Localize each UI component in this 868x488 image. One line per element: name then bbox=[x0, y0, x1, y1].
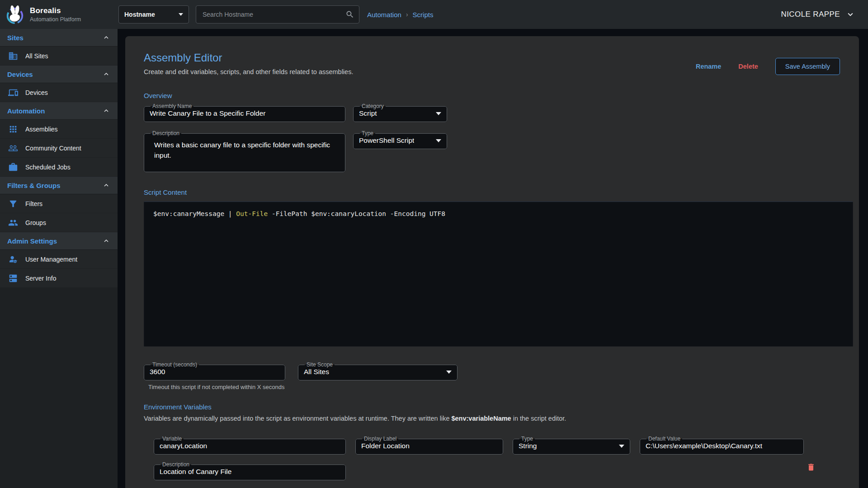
breadcrumb-scripts[interactable]: Scripts bbox=[413, 11, 434, 19]
sidebar-item-all-sites[interactable]: All Sites bbox=[0, 47, 118, 66]
brand-name: Borealis bbox=[30, 6, 81, 15]
environment-variable-row: Variable canaryLocation Display Label Fo… bbox=[144, 436, 845, 488]
trash-icon[interactable] bbox=[807, 462, 816, 472]
env-variables-description: Variables are dynamically passed into th… bbox=[144, 415, 845, 422]
funnel-icon bbox=[8, 199, 18, 209]
people-outline-icon bbox=[8, 143, 18, 153]
description-value: Writes a basic canary file to a specific… bbox=[150, 136, 330, 161]
assembly-name-value: Write Canary File to a Specific Folder bbox=[150, 109, 340, 117]
search-box[interactable] bbox=[196, 5, 359, 23]
breadcrumb-automation[interactable]: Automation bbox=[367, 11, 401, 19]
display-label-value: Folder Location bbox=[361, 442, 497, 450]
type-value: PowerShell Script bbox=[359, 136, 414, 145]
page-subtitle: Create and edit variables, scripts, and … bbox=[144, 68, 353, 75]
overview-section-label: Overview bbox=[144, 92, 845, 99]
user-menu[interactable]: NICOLE RAPPE bbox=[781, 9, 855, 19]
page-title: Assembly Editor bbox=[144, 52, 353, 64]
code-segment: -FilePath $env:canaryLocation -Encoding … bbox=[268, 210, 445, 217]
sidebar-section-automation[interactable]: Automation bbox=[0, 102, 118, 120]
chevron-up-icon bbox=[102, 33, 110, 42]
type-select[interactable]: Type PowerShell Script bbox=[353, 131, 447, 149]
sidebar-section-sites[interactable]: Sites bbox=[0, 29, 118, 47]
timeout-value: 3600 bbox=[150, 368, 279, 376]
user-gear-icon bbox=[8, 254, 18, 264]
sidebar-item-server-info[interactable]: Server Info bbox=[0, 269, 118, 288]
variable-type-value: String bbox=[519, 442, 537, 450]
sidebar-section-devices[interactable]: Devices bbox=[0, 66, 118, 83]
sidebar: Sites All Sites Devices Devices Automati… bbox=[0, 29, 118, 488]
chevron-down-icon bbox=[436, 139, 441, 142]
variable-description-field[interactable]: Description Location of Canary File bbox=[154, 462, 346, 480]
chevron-down-icon bbox=[436, 112, 441, 115]
delete-button[interactable]: Delete bbox=[738, 63, 758, 70]
variable-description-value: Location of Canary File bbox=[160, 468, 340, 476]
default-value-value: C:\Users\example\Desktop\Canary.txt bbox=[646, 442, 798, 450]
briefcase-icon bbox=[8, 162, 18, 172]
search-input[interactable] bbox=[203, 11, 345, 18]
chevron-down-icon bbox=[845, 9, 855, 19]
top-bar: Borealis Automation Platform Hostname Au… bbox=[0, 0, 868, 29]
script-content-section-label: Script Content bbox=[144, 188, 845, 196]
display-label-field[interactable]: Display Label Folder Location bbox=[355, 436, 503, 455]
variable-type-select[interactable]: Type String bbox=[513, 436, 630, 455]
chevron-up-icon bbox=[102, 70, 110, 78]
category-value: Script bbox=[359, 109, 377, 117]
search-icon[interactable] bbox=[345, 10, 354, 19]
building-icon bbox=[8, 51, 18, 61]
hostname-select-value: Hostname bbox=[124, 11, 155, 18]
main-content: Assembly Editor Create and edit variable… bbox=[118, 29, 868, 488]
chevron-up-icon bbox=[102, 237, 110, 245]
code-segment: $env:canaryMessage | bbox=[153, 210, 236, 217]
description-field[interactable]: Description Writes a basic canary file t… bbox=[144, 131, 345, 172]
save-assembly-button[interactable]: Save Assembly bbox=[775, 58, 840, 75]
env-variables-section-label: Environment Variables bbox=[144, 403, 845, 411]
devices-icon bbox=[8, 88, 18, 98]
sidebar-item-devices[interactable]: Devices bbox=[0, 83, 118, 102]
timeout-field[interactable]: Timeout (seconds) 3600 bbox=[144, 362, 285, 380]
site-scope-select[interactable]: Site Scope All Sites bbox=[298, 362, 458, 380]
breadcrumb-separator: › bbox=[406, 11, 408, 18]
brand-subtitle: Automation Platform bbox=[30, 16, 81, 23]
assembly-name-field[interactable]: Assembly Name Write Canary File to a Spe… bbox=[144, 103, 345, 122]
sidebar-section-filters-groups[interactable]: Filters & Groups bbox=[0, 177, 118, 194]
sidebar-item-scheduled-jobs[interactable]: Scheduled Jobs bbox=[0, 158, 118, 177]
category-select[interactable]: Category Script bbox=[353, 103, 447, 122]
chevron-down-icon bbox=[619, 445, 624, 448]
timeout-helper-text: Timeout this script if not completed wit… bbox=[148, 384, 285, 390]
variable-name-field[interactable]: Variable canaryLocation bbox=[154, 436, 346, 455]
code-keyword: Out-File bbox=[236, 210, 268, 217]
sidebar-item-user-management[interactable]: User Management bbox=[0, 250, 118, 269]
groups-icon bbox=[8, 218, 18, 228]
sidebar-item-filters[interactable]: Filters bbox=[0, 194, 118, 213]
chevron-down-icon bbox=[179, 13, 183, 16]
sidebar-item-groups[interactable]: Groups bbox=[0, 213, 118, 232]
default-value-field[interactable]: Default Value C:\Users\example\Desktop\C… bbox=[640, 436, 804, 455]
sidebar-section-admin-settings[interactable]: Admin Settings bbox=[0, 232, 118, 250]
brand: Borealis Automation Platform bbox=[0, 4, 113, 25]
env-variable-code: $env:variableName bbox=[451, 415, 511, 422]
chevron-down-icon bbox=[446, 371, 452, 374]
borealis-logo-icon bbox=[5, 4, 25, 25]
sidebar-item-assemblies[interactable]: Assemblies bbox=[0, 120, 118, 139]
breadcrumb: Automation › Scripts bbox=[367, 11, 433, 19]
assembly-editor-card: Assembly Editor Create and edit variable… bbox=[125, 36, 859, 488]
user-name: NICOLE RAPPE bbox=[781, 10, 840, 19]
hostname-select[interactable]: Hostname bbox=[118, 5, 189, 23]
server-icon bbox=[8, 273, 18, 283]
site-scope-value: All Sites bbox=[304, 368, 329, 376]
sidebar-item-community-content[interactable]: Community Content bbox=[0, 139, 118, 158]
variable-name-value: canaryLocation bbox=[160, 442, 340, 450]
grid-icon bbox=[8, 124, 18, 134]
chevron-up-icon bbox=[102, 107, 110, 115]
script-code-editor[interactable]: $env:canaryMessage | Out-File -FilePath … bbox=[144, 202, 853, 347]
rename-button[interactable]: Rename bbox=[696, 63, 721, 70]
chevron-up-icon bbox=[102, 181, 110, 189]
